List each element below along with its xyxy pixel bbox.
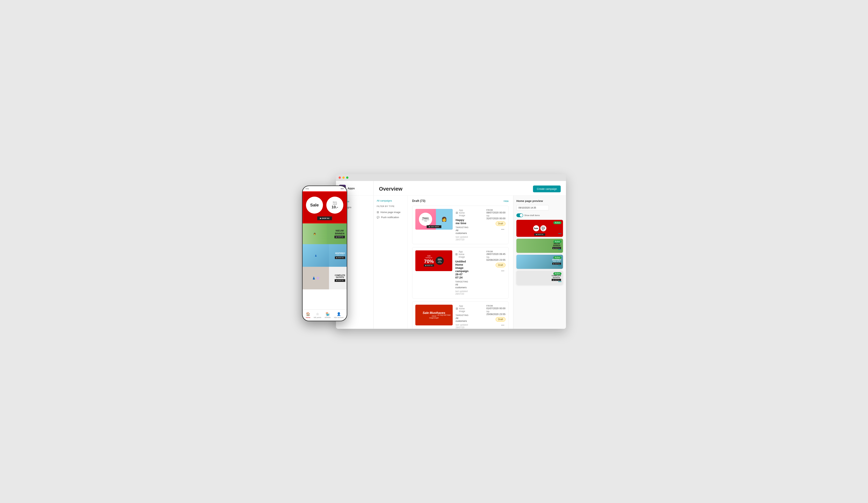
preview-card: INSPIRED MAAT 44-54 ▶ SHOP NU Active •••: [516, 255, 563, 269]
preview-card: Sale itemsvanaf10.- ▶ SHOP NU Active •••: [516, 220, 563, 237]
preview-controls: [516, 205, 563, 211]
filter-push-label: Push notification: [381, 216, 399, 219]
preview-more-button[interactable]: •••: [558, 232, 561, 235]
phone-status-bar: 9:41 ●●●: [302, 186, 347, 191]
from-date: 01/07/2020 00:00: [486, 307, 505, 310]
create-campaign-button[interactable]: Create campaign: [533, 185, 561, 192]
from-label: FROM: [486, 305, 505, 307]
preview-date-input[interactable]: [516, 205, 549, 211]
browser-titlebar: [336, 174, 566, 181]
minimize-icon[interactable]: [342, 176, 345, 179]
phone-nav-home[interactable]: 🏠 Home: [306, 312, 310, 318]
filter-push-notification[interactable]: 💬 Push notification: [377, 215, 404, 220]
campaign-info: 🖼 App home image Untitled Home image cam…: [455, 250, 468, 295]
toggle-label: Show draft items: [524, 214, 540, 216]
targeting-label: TARGETING: [455, 280, 468, 283]
all-campaigns-link[interactable]: All campaigns: [377, 199, 404, 202]
main-area: Overview Create campaign All campaigns F…: [374, 181, 566, 329]
preview-more-button[interactable]: •••: [558, 280, 561, 283]
from-label: FROM: [486, 250, 505, 253]
draft-section-title: Draft (73): [412, 199, 425, 203]
preview-panel: Home page preview Show draft items: [513, 195, 566, 329]
status-badge: Draft: [496, 221, 505, 226]
filter-home-page-image[interactable]: 🖼 Home page image: [377, 210, 404, 215]
status-badge: Draft: [496, 263, 505, 267]
campaign-list-header: Draft (73) Hide: [412, 199, 509, 203]
phone-nav-me-points[interactable]: ☆ ME points: [314, 312, 321, 318]
targeting-value: All customers: [455, 283, 468, 289]
filter-by-type-label: FILTER BY TYPE: [377, 205, 404, 207]
last-updated: last updated 28/07/20: [456, 324, 468, 329]
phone-nav-winkels-label: Winkels: [325, 317, 331, 318]
campaign-list: Draft (73) Hide Happy ME Summe: [407, 195, 513, 329]
active-badge: Active: [553, 272, 561, 275]
campaign-type: 🖼 App home image: [456, 209, 468, 217]
preview-more-button[interactable]: •••: [558, 264, 561, 267]
show-draft-toggle[interactable]: [516, 213, 523, 217]
more-options-button[interactable]: •••: [500, 227, 505, 232]
filter-home-label: Home page image: [381, 211, 401, 214]
campaign-info: 🖼 App home image Happy me time TARGETING…: [456, 209, 468, 241]
targeting-label: TARGETING: [456, 314, 468, 316]
person-icon: 👤: [337, 312, 341, 316]
to-date: 25/08/2020 23:55: [486, 313, 505, 316]
filter-panel: All campaigns FILTER BY TYPE 🖼 Home page…: [374, 195, 407, 329]
from-date: 28/07/2020 09:45: [486, 253, 505, 255]
to-date: 02/08/2020 23:55: [486, 258, 505, 261]
preview-more-button[interactable]: •••: [558, 248, 561, 251]
phone-nav-account-label: Mijn account: [334, 317, 343, 318]
campaign-type: 🖼 App home image: [455, 250, 468, 258]
push-filter-icon: 💬: [377, 216, 380, 219]
last-updated: last updated 28/07/20: [455, 290, 468, 295]
targeting-label: TARGETING: [456, 226, 468, 228]
last-updated: last updated 28/07/20: [456, 236, 468, 241]
store-icon: 🏪: [326, 312, 330, 316]
sidebar-brand: Apps: [348, 187, 355, 190]
status-badge: Draft: [496, 317, 505, 322]
to-label: TO: [486, 256, 505, 258]
browser-window: NicClan Apps Overview Campaigns Overview…: [336, 174, 566, 329]
targeting-value: All customers: [456, 229, 468, 235]
close-icon[interactable]: [339, 176, 341, 179]
preview-title: Home page preview: [516, 199, 563, 203]
active-badge: Active: [553, 221, 561, 224]
preview-card: NIEUW BINNEN ▶ SHOP NU Active •••: [516, 239, 563, 253]
phone-banner-inspired: 👗 INSPIRED MAAT 44-54 ▶ SHOP NU: [302, 244, 347, 267]
show-draft-toggle-container: Show draft items: [516, 213, 563, 217]
phone-nav-me-points-label: ME points: [314, 317, 321, 318]
type-icon: 🖼: [456, 212, 458, 214]
phone-banner-complete-outfits: 👗 👚 COMPLETE OUTFITS ▶ SHOP NU: [302, 267, 347, 289]
phone-mockup: 9:41 ●●● Sale itemsvanaf 10.- ▶ SH: [302, 185, 347, 321]
star-icon: ☆: [316, 312, 319, 316]
shop-nu-button[interactable]: ▶ SHOP NU: [317, 216, 332, 220]
campaign-card: Sale korting tot 70% ▶ SHOP NU 25% extra…: [412, 247, 509, 298]
active-badge: Active: [553, 240, 561, 243]
preview-card: COMPLETE OUTFITS ▶ SHOP NU Active •••: [516, 271, 563, 285]
campaign-name: Untitled Home image campaign 28-07 07:24: [455, 260, 468, 279]
campaign-name: Happy me time: [456, 218, 468, 225]
phone-nav-winkels[interactable]: 🏪 Winkels: [325, 312, 331, 318]
phone-nav: 🏠 Home ☆ ME points 🏪 Winkels 👤 Mijn acco…: [302, 309, 347, 321]
campaign-type: 🖼 App home image: [456, 305, 468, 312]
to-date: 31/07/2020 00:00: [486, 217, 505, 220]
type-icon: 🖼: [455, 253, 457, 256]
more-options-button[interactable]: •••: [500, 269, 505, 273]
targeting-value: All customers: [456, 317, 468, 322]
phone-nav-account[interactable]: 👤 Mijn account: [334, 312, 343, 318]
image-filter-icon: 🖼: [377, 211, 379, 214]
type-label: App home image: [459, 209, 468, 217]
type-label: App home image: [459, 250, 468, 258]
from-date: 08/07/2020 00:00: [486, 211, 505, 214]
phone-banner-nieuw-binnen: 👩 NIEUWBINNEN ▶ SHOP NU: [302, 223, 347, 244]
campaign-meta: FROM 08/07/2020 00:00 TO 31/07/2020 00:0…: [472, 209, 505, 232]
type-icon: 🖼: [456, 307, 458, 310]
hide-link[interactable]: Hide: [504, 200, 509, 203]
campaign-meta: FROM 28/07/2020 09:45 TO 02/08/2020 23:5…: [472, 250, 505, 273]
more-options-button[interactable]: •••: [500, 323, 505, 327]
home-icon: 🏠: [306, 312, 310, 316]
from-label: FROM: [486, 209, 505, 211]
maximize-icon[interactable]: [346, 176, 349, 179]
to-label: TO: [486, 215, 505, 217]
phone-nav-home-label: Home: [306, 317, 310, 318]
campaign-thumbnail: Sale Musthaves nieuwtoegevoegd! ...en no…: [415, 305, 453, 326]
